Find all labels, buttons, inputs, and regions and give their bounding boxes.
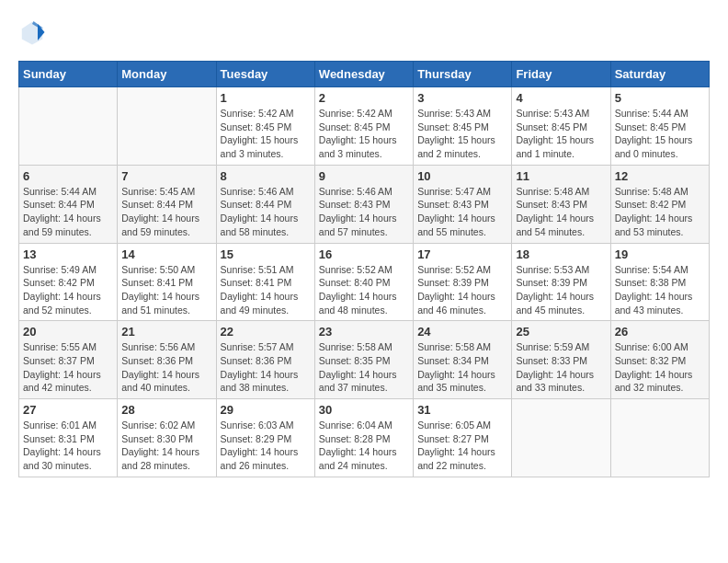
day-info: Sunrise: 5:50 AM Sunset: 8:41 PM Dayligh… [121,263,211,317]
calendar-cell: 17Sunrise: 5:52 AM Sunset: 8:39 PM Dayli… [414,243,512,321]
day-info: Sunrise: 5:46 AM Sunset: 8:44 PM Dayligh… [221,185,311,239]
day-info: Sunrise: 5:54 AM Sunset: 8:38 PM Dayligh… [615,263,705,317]
day-number: 14 [121,247,211,261]
calendar-cell: 10Sunrise: 5:47 AM Sunset: 8:43 PM Dayli… [414,165,512,243]
day-info: Sunrise: 5:46 AM Sunset: 8:43 PM Dayligh… [319,185,409,239]
day-number: 13 [23,247,113,261]
calendar-cell: 20Sunrise: 5:55 AM Sunset: 8:37 PM Dayli… [19,321,118,399]
day-info: Sunrise: 5:53 AM Sunset: 8:39 PM Dayligh… [516,263,606,317]
day-number: 31 [417,403,507,417]
day-info: Sunrise: 5:49 AM Sunset: 8:42 PM Dayligh… [23,263,113,317]
day-info: Sunrise: 6:02 AM Sunset: 8:30 PM Dayligh… [121,419,211,473]
calendar-week-row: 13Sunrise: 5:49 AM Sunset: 8:42 PM Dayli… [19,243,710,321]
day-info: Sunrise: 5:44 AM Sunset: 8:45 PM Dayligh… [615,107,705,161]
weekday-header: Thursday [414,62,512,87]
day-info: Sunrise: 5:43 AM Sunset: 8:45 PM Dayligh… [516,107,606,161]
day-number: 29 [221,403,311,417]
calendar-cell: 29Sunrise: 6:03 AM Sunset: 8:29 PM Dayli… [216,399,314,477]
weekday-header: Tuesday [216,62,314,87]
calendar-cell: 2Sunrise: 5:42 AM Sunset: 8:45 PM Daylig… [314,87,413,166]
weekday-header: Wednesday [314,62,413,87]
calendar-cell: 8Sunrise: 5:46 AM Sunset: 8:44 PM Daylig… [216,165,314,243]
calendar-cell: 6Sunrise: 5:44 AM Sunset: 8:44 PM Daylig… [19,165,118,243]
calendar-cell: 15Sunrise: 5:51 AM Sunset: 8:41 PM Dayli… [216,243,314,321]
calendar-cell: 5Sunrise: 5:44 AM Sunset: 8:45 PM Daylig… [610,87,709,166]
calendar-table: SundayMondayTuesdayWednesdayThursdayFrid… [18,61,710,477]
day-info: Sunrise: 5:47 AM Sunset: 8:43 PM Dayligh… [417,185,507,239]
day-number: 12 [615,169,705,183]
day-info: Sunrise: 5:45 AM Sunset: 8:44 PM Dayligh… [121,185,211,239]
day-number: 2 [319,91,409,105]
calendar-cell: 11Sunrise: 5:48 AM Sunset: 8:43 PM Dayli… [512,165,610,243]
day-info: Sunrise: 5:52 AM Sunset: 8:39 PM Dayligh… [417,263,507,317]
calendar-cell: 30Sunrise: 6:04 AM Sunset: 8:28 PM Dayli… [314,399,413,477]
weekday-header: Monday [118,62,216,87]
calendar-cell [610,399,709,477]
day-info: Sunrise: 5:48 AM Sunset: 8:42 PM Dayligh… [615,185,705,239]
day-number: 26 [615,325,705,339]
logo [18,18,50,46]
day-number: 5 [615,91,705,105]
day-info: Sunrise: 5:52 AM Sunset: 8:40 PM Dayligh… [319,263,409,317]
day-info: Sunrise: 5:58 AM Sunset: 8:34 PM Dayligh… [417,340,507,395]
weekday-row: SundayMondayTuesdayWednesdayThursdayFrid… [19,62,710,87]
calendar-cell: 12Sunrise: 5:48 AM Sunset: 8:42 PM Dayli… [610,165,709,243]
day-number: 20 [23,325,113,339]
day-number: 15 [221,247,311,261]
day-info: Sunrise: 6:01 AM Sunset: 8:31 PM Dayligh… [23,419,113,473]
calendar-cell: 7Sunrise: 5:45 AM Sunset: 8:44 PM Daylig… [118,165,216,243]
day-number: 27 [23,403,113,417]
calendar-cell: 24Sunrise: 5:58 AM Sunset: 8:34 PM Dayli… [414,321,512,399]
calendar-cell: 22Sunrise: 5:57 AM Sunset: 8:36 PM Dayli… [216,321,314,399]
page-header [18,18,710,46]
calendar-cell: 27Sunrise: 6:01 AM Sunset: 8:31 PM Dayli… [19,399,118,477]
day-info: Sunrise: 5:59 AM Sunset: 8:33 PM Dayligh… [516,340,606,395]
calendar-cell: 1Sunrise: 5:42 AM Sunset: 8:45 PM Daylig… [216,87,314,166]
weekday-header: Sunday [19,62,118,87]
day-number: 7 [121,169,211,183]
day-number: 22 [221,325,311,339]
calendar-week-row: 27Sunrise: 6:01 AM Sunset: 8:31 PM Dayli… [19,399,710,477]
day-number: 16 [319,247,409,261]
weekday-header: Saturday [610,62,709,87]
calendar-cell: 21Sunrise: 5:56 AM Sunset: 8:36 PM Dayli… [118,321,216,399]
day-number: 30 [319,403,409,417]
day-number: 21 [121,325,211,339]
day-info: Sunrise: 5:48 AM Sunset: 8:43 PM Dayligh… [516,185,606,239]
day-info: Sunrise: 5:51 AM Sunset: 8:41 PM Dayligh… [221,263,311,317]
calendar-cell: 25Sunrise: 5:59 AM Sunset: 8:33 PM Dayli… [512,321,610,399]
calendar-cell: 18Sunrise: 5:53 AM Sunset: 8:39 PM Dayli… [512,243,610,321]
day-number: 8 [221,169,311,183]
day-number: 23 [319,325,409,339]
weekday-header: Friday [512,62,610,87]
day-number: 18 [516,247,606,261]
calendar-cell: 14Sunrise: 5:50 AM Sunset: 8:41 PM Dayli… [118,243,216,321]
calendar-cell: 28Sunrise: 6:02 AM Sunset: 8:30 PM Dayli… [118,399,216,477]
day-number: 3 [417,91,507,105]
day-info: Sunrise: 5:44 AM Sunset: 8:44 PM Dayligh… [23,185,113,239]
calendar-cell: 23Sunrise: 5:58 AM Sunset: 8:35 PM Dayli… [314,321,413,399]
calendar-body: 1Sunrise: 5:42 AM Sunset: 8:45 PM Daylig… [19,87,710,477]
calendar-cell: 9Sunrise: 5:46 AM Sunset: 8:43 PM Daylig… [314,165,413,243]
day-number: 19 [615,247,705,261]
day-number: 6 [23,169,113,183]
day-number: 1 [221,91,311,105]
day-info: Sunrise: 5:42 AM Sunset: 8:45 PM Dayligh… [221,107,311,161]
day-info: Sunrise: 6:00 AM Sunset: 8:32 PM Dayligh… [615,340,705,395]
day-info: Sunrise: 6:03 AM Sunset: 8:29 PM Dayligh… [221,419,311,473]
day-info: Sunrise: 5:56 AM Sunset: 8:36 PM Dayligh… [121,340,211,395]
calendar-week-row: 6Sunrise: 5:44 AM Sunset: 8:44 PM Daylig… [19,165,710,243]
calendar-cell [118,87,216,166]
calendar-cell: 19Sunrise: 5:54 AM Sunset: 8:38 PM Dayli… [610,243,709,321]
day-info: Sunrise: 5:57 AM Sunset: 8:36 PM Dayligh… [221,340,311,395]
day-number: 24 [417,325,507,339]
calendar-cell [512,399,610,477]
calendar-week-row: 20Sunrise: 5:55 AM Sunset: 8:37 PM Dayli… [19,321,710,399]
day-number: 11 [516,169,606,183]
calendar-header: SundayMondayTuesdayWednesdayThursdayFrid… [19,62,710,87]
day-info: Sunrise: 5:58 AM Sunset: 8:35 PM Dayligh… [319,340,409,395]
day-number: 17 [417,247,507,261]
calendar-cell [19,87,118,166]
day-number: 4 [516,91,606,105]
calendar-cell: 31Sunrise: 6:05 AM Sunset: 8:27 PM Dayli… [414,399,512,477]
